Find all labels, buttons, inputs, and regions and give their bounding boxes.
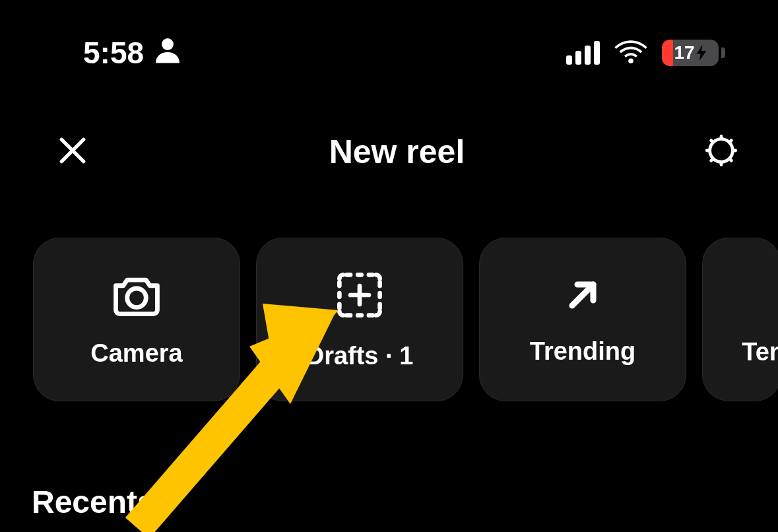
- wifi-icon: [614, 39, 647, 67]
- svg-point-0: [162, 38, 174, 50]
- recents-selector[interactable]: Recents: [32, 484, 184, 520]
- page-title: New reel: [92, 133, 701, 171]
- close-button[interactable]: [53, 132, 92, 172]
- status-time: 5:58: [83, 35, 144, 71]
- status-bar: 5:58 17: [0, 0, 778, 79]
- battery-percent: 17: [674, 42, 694, 63]
- chevron-down-icon: [164, 494, 184, 510]
- person-icon: [156, 35, 179, 71]
- gear-icon: [704, 133, 738, 170]
- cellular-icon: [566, 41, 600, 65]
- tile-camera[interactable]: Camera: [33, 238, 240, 401]
- close-icon: [56, 134, 89, 170]
- svg-line-8: [572, 284, 593, 306]
- tile-drafts[interactable]: Drafts · 1: [256, 238, 463, 401]
- tile-label: Ten: [742, 338, 778, 366]
- svg-point-5: [127, 288, 146, 308]
- recents-label: Recents: [32, 484, 155, 520]
- tile-label: Trending: [530, 337, 635, 366]
- svg-point-1: [628, 58, 633, 63]
- header: New reel: [0, 79, 778, 172]
- status-left: 5:58: [83, 35, 179, 71]
- tile-templates[interactable]: Ten: [702, 238, 778, 401]
- trending-icon: [562, 274, 604, 319]
- drafts-icon: [334, 269, 385, 323]
- battery-indicator: 17: [662, 40, 725, 66]
- tile-label: Drafts · 1: [306, 342, 414, 370]
- settings-button[interactable]: [701, 132, 741, 172]
- camera-icon: [110, 272, 163, 321]
- tile-row: Camera Drafts · 1 Trending Ten: [0, 172, 778, 401]
- tile-trending[interactable]: Trending: [479, 238, 686, 401]
- tile-label: Camera: [90, 339, 182, 368]
- status-right: 17: [566, 39, 725, 67]
